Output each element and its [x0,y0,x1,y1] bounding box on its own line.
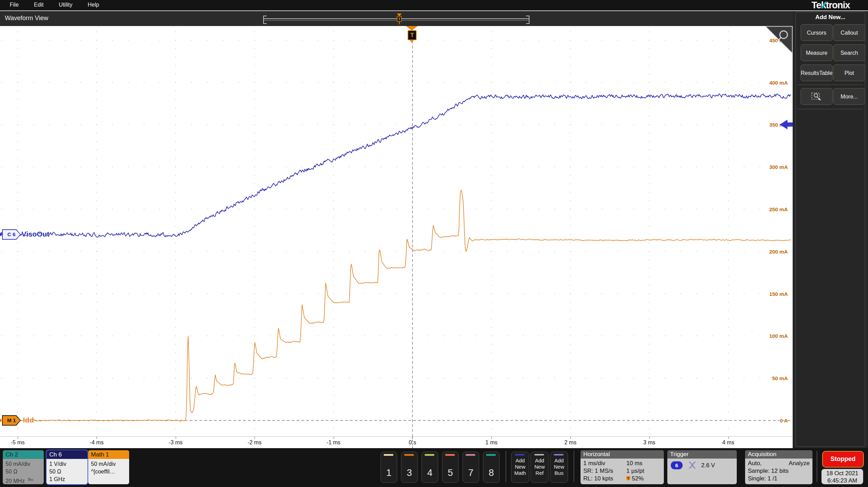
channel-color-strip [425,454,434,456]
search-button[interactable]: Search [833,44,865,61]
add-new-bus-button[interactable]: AddNewBus [550,452,568,483]
svg-text:T: T [627,477,629,480]
logo-pre: Te [811,0,821,10]
channel-button-label: 1 [381,468,397,478]
sidebar-separator [798,109,863,109]
horizontal-scale: 1 ms/div [583,460,605,467]
channel-badge-title: Ch 2 [3,450,44,459]
run-stop-status-button[interactable]: Stopped [822,451,864,468]
acquisition-panel[interactable]: Acquisition Auto, Analyze Sample: 12 bit… [745,450,812,484]
channel-badge-settings: 50 mA/div50 Ω20 MHzBW [3,459,44,484]
minimap-trigger-flag-icon: T [397,14,402,24]
channel-badge-settings: 1 V/div50 Ω1 GHz [47,459,87,483]
channel-button-1[interactable]: 1 [381,452,397,483]
zoom-box-corner-button[interactable] [765,26,793,54]
logo-k-slash: k [821,0,826,10]
zero-time-dashed-line [412,437,413,448]
waveform-canvas[interactable] [0,26,793,436]
math1-left-edge-tick-icon [0,419,3,422]
bottom-settings-bar: Ch 250 mA/div50 Ω20 MHzBWCh 61 V/div50 Ω… [0,448,868,487]
channel-button-5[interactable]: 5 [442,452,459,483]
acquisition-analyze: Analyze [789,460,810,467]
channel-color-strip [486,454,496,456]
menu-item-utility[interactable]: Utility [59,2,72,8]
tektronix-logo: Tektronix [795,0,866,10]
bandwidth-limit-badge: BW [28,477,33,481]
x-axis-label: 1 ms [485,439,498,446]
channel-color-strip [554,454,564,455]
x-axis-label: -5 ms [11,439,25,446]
x-axis-tick [570,437,571,439]
channel-color-strip [466,454,475,456]
channel-badge-math1[interactable]: Math 150 mA/div^[coeffil… [88,450,129,484]
logo-post: tronix [826,0,850,10]
x-axis-label: -3 ms [169,439,183,446]
menu-item-edit[interactable]: Edit [34,2,44,8]
acquisition-sample-bits: Sample: 12 bits [748,468,788,475]
x-axis-label: -2 ms [248,439,261,446]
add-new-ref-button[interactable]: AddNewRef [531,452,549,483]
x-axis-label: 3 ms [643,439,656,446]
y-axis-label: 300 mA [769,164,788,170]
trigger-position-flag[interactable]: T [405,26,418,43]
horizontal-panel-title: Horizontal [581,450,664,459]
channel-badge-title: Ch 6 [47,450,87,459]
ch6-left-edge-tick-icon [0,233,3,236]
math1-waveform-label[interactable]: Idd [23,416,34,424]
results-table-button[interactable]: ResultsTable [801,65,833,81]
menu-item-help[interactable]: Help [87,2,99,8]
x-axis-tick [728,437,729,439]
channel-button-7[interactable]: 7 [462,452,479,483]
x-axis-tick [176,437,176,439]
channel-badge-ch2[interactable]: Ch 250 mA/div50 Ω20 MHzBW [3,450,44,484]
time-per-point: 1 µs/pt [626,468,644,475]
sample-rate: SR: 1 MS/s [583,468,613,475]
channel-button-3[interactable]: 3 [401,452,418,483]
either-edge-trigger-icon [688,461,697,469]
x-axis-label: 4 ms [722,439,734,446]
ch6-level-arrow-icon[interactable] [780,120,793,129]
acquisition-single-count: Single: 1 /1 [748,475,777,482]
channel-button-label: 4 [422,468,438,478]
menu-bar: FileEditUtilityHelp [0,0,868,10]
channel-color-strip [515,454,525,455]
time-axis-strip: -5 ms-4 ms-3 ms-2 ms-1 ms0 s1 ms2 ms3 ms… [0,436,793,448]
zoom-box-button[interactable] [801,88,833,105]
x-axis-label: -1 ms [327,439,341,446]
ch6-waveform-label[interactable]: VisoOut [22,230,49,238]
bottom-bar-separator [574,451,574,482]
x-axis-tick [254,437,255,439]
math1-source-badge[interactable]: M 1 [2,415,21,426]
trigger-panel[interactable]: Trigger 6 2.6 V [667,450,737,484]
svg-text:T: T [398,17,401,21]
channel-button-8[interactable]: 8 [483,452,500,483]
channel-button-4[interactable]: 4 [422,452,438,483]
channel-badge-ch6[interactable]: Ch 61 V/div50 Ω1 GHz [47,450,87,484]
menu-item-file[interactable]: File [10,2,19,8]
ch6-source-badge[interactable]: C 6 [2,229,21,240]
channel-badge-settings: 50 mA/div^[coeffil… [88,459,129,476]
trigger-position-percent: T 52% [626,475,644,482]
channel-button-label: 8 [483,468,499,478]
channel-color-strip [384,454,393,456]
waveform-graticule[interactable]: 450 mA400 mA350 mA300 mA250 mA200 mA150 … [0,26,793,436]
cursors-button[interactable]: Cursors [801,24,833,41]
datetime-display: 18 Oct 2021 6:45:23 AM [821,469,863,484]
trigger-flag-label: T [408,30,417,40]
y-axis-label: 100 mA [769,333,788,339]
callout-button[interactable]: Callout [833,24,865,41]
waveform-view-bar: Waveform View T [0,11,793,26]
plot-button[interactable]: Plot [833,65,865,81]
add-new-math-button[interactable]: AddNewMath [511,452,529,483]
date-text: 18 Oct 2021 [821,470,863,477]
more-button[interactable]: More... [833,88,865,105]
x-axis-tick [491,437,492,439]
mini-trigger-flag-icon: T [626,476,630,481]
horizontal-panel[interactable]: Horizontal 1 ms/div SR: 1 MS/s RL: 10 kp… [581,450,664,484]
sidebar-separator [798,85,863,85]
y-axis-label: 250 mA [769,206,788,212]
y-axis-label: 0 A [780,418,788,424]
record-overview-minimap[interactable]: T [261,13,532,26]
measure-button[interactable]: Measure [801,44,833,61]
window-length: 10 ms [626,460,642,467]
